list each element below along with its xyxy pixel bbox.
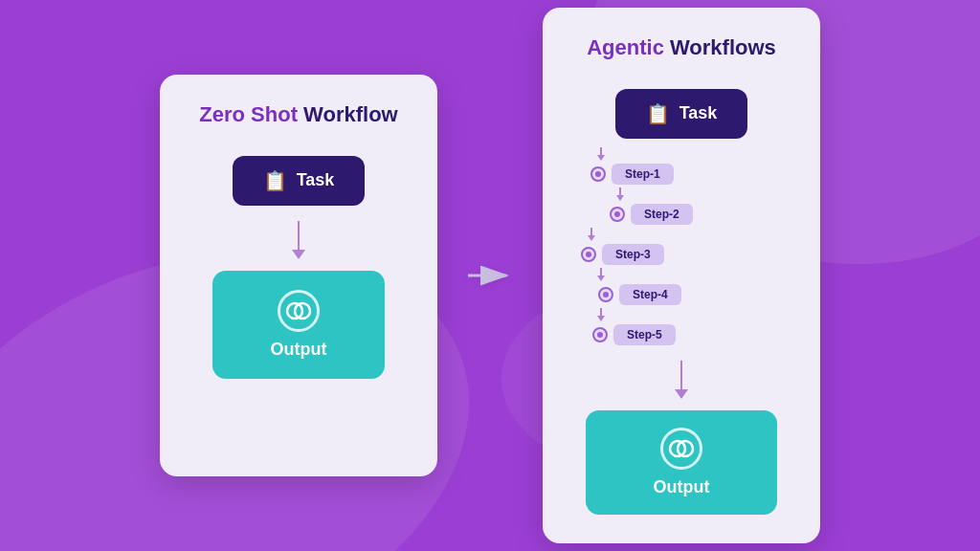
agentic-output-label: Output bbox=[654, 477, 710, 497]
agentic-title: Agentic Workflows bbox=[587, 34, 776, 62]
task-icon-right: 📋 bbox=[646, 102, 670, 125]
zero-shot-output-label: Output bbox=[271, 340, 327, 360]
step-dot-1 bbox=[590, 166, 606, 182]
main-container: Zero Shot Workflow 📋 Task Output bbox=[160, 8, 820, 543]
step-label-2: Step-2 bbox=[631, 204, 693, 225]
step-row-2: Step-2 bbox=[610, 204, 693, 225]
task-icon-left: 📋 bbox=[263, 169, 287, 192]
step-row-3: Step-3 bbox=[581, 244, 664, 265]
step-dot-3 bbox=[581, 247, 596, 262]
zero-shot-title: Zero Shot Workflow bbox=[199, 101, 397, 129]
pre-step2-arrow bbox=[616, 187, 624, 201]
zero-shot-card: Zero Shot Workflow 📋 Task Output bbox=[160, 75, 437, 476]
step-dot-5 bbox=[592, 327, 608, 342]
pre-step5-arrow bbox=[597, 308, 605, 321]
agentic-task-box: 📋 Task bbox=[615, 89, 748, 139]
step-dot-2 bbox=[610, 207, 625, 222]
center-arrow bbox=[466, 261, 514, 290]
step-label-1: Step-1 bbox=[612, 164, 674, 185]
pre-step4-arrow bbox=[597, 268, 605, 281]
step-row-1: Step-1 bbox=[590, 164, 674, 185]
step-row-4: Step-4 bbox=[598, 284, 681, 305]
pre-step1-arrow bbox=[597, 147, 605, 161]
output-icon-right bbox=[660, 428, 702, 470]
pre-step3-arrow bbox=[588, 228, 595, 241]
zero-shot-task-box: 📋 Task bbox=[233, 156, 366, 206]
zero-shot-output-box: Output bbox=[212, 271, 385, 379]
step-label-5: Step-5 bbox=[613, 324, 676, 345]
agentic-task-label: Task bbox=[679, 103, 718, 123]
output-icon-left bbox=[278, 290, 320, 332]
step-dot-4 bbox=[598, 287, 613, 302]
step-label-4: Step-4 bbox=[619, 284, 681, 305]
left-arrow-down bbox=[292, 221, 305, 259]
agentic-output-box: Output bbox=[586, 410, 777, 515]
zero-shot-task-label: Task bbox=[297, 170, 335, 190]
right-arrow-down bbox=[675, 361, 688, 399]
step-label-3: Step-3 bbox=[602, 244, 664, 265]
steps-container: Step-1 Step-2 Step-3 bbox=[571, 146, 791, 347]
step-row-5: Step-5 bbox=[592, 324, 676, 345]
agentic-card: Agentic Workflows 📋 Task Step-1 bbox=[543, 8, 820, 543]
